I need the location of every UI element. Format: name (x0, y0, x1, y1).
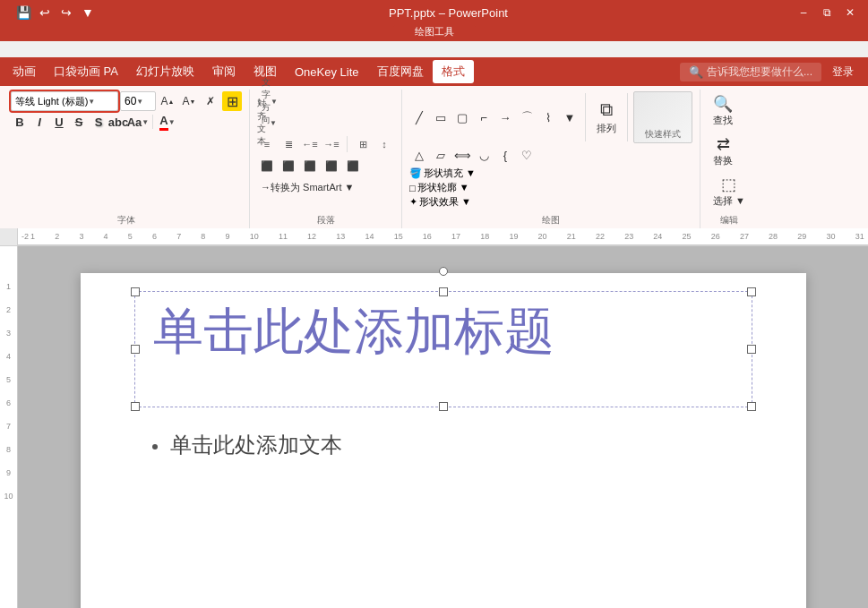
search-icon: 🔍 (689, 65, 703, 79)
shape-effects-btn[interactable]: ✦ 形状效果 ▼ (409, 195, 476, 209)
increase-font-size-btn[interactable]: A▲ (158, 91, 177, 111)
slide-title[interactable]: 单击此处添加标题 (153, 301, 734, 361)
handle-top-left[interactable] (131, 287, 140, 296)
effects-label: 形状效果 ▼ (419, 195, 471, 209)
menu-format[interactable]: 格式 (433, 60, 474, 83)
fill-icon: 🪣 (409, 167, 422, 179)
increase-indent-btn[interactable]: →≡ (322, 134, 341, 154)
underline-btn[interactable]: U (50, 113, 68, 131)
shape-arc-btn[interactable]: ◡ (474, 145, 494, 165)
ruler-corner (0, 228, 18, 246)
menu-onekey-lite[interactable]: OneKey Lite (286, 62, 368, 82)
shape-freeform-btn[interactable]: ⌇ (538, 107, 558, 127)
drawing-tools-tab[interactable]: 绘图工具 (393, 25, 476, 39)
undo-icon[interactable]: ↩ (36, 4, 54, 21)
shape-rectangle-btn[interactable]: ▭ (431, 107, 451, 127)
line-spacing-btn[interactable]: ↕ (374, 134, 394, 154)
shape-outline-btn[interactable]: □ 形状轮廓 ▼ (409, 181, 476, 194)
close-button[interactable]: ✕ (839, 4, 861, 21)
redo-icon[interactable]: ↪ (57, 4, 75, 21)
login-button[interactable]: 登录 (821, 64, 864, 80)
shape-triangle-btn[interactable]: △ (409, 145, 429, 165)
bullet-dot (152, 444, 158, 450)
shapes-more-btn[interactable]: ▼ (560, 107, 580, 127)
shape-l-shape-btn[interactable]: ⌐ (474, 107, 494, 127)
body-placeholder[interactable]: 单击此处添加文本 (134, 424, 752, 495)
find-label: 查找 (713, 114, 733, 127)
rotate-handle[interactable] (439, 267, 448, 276)
decrease-font-size-btn[interactable]: A▼ (179, 91, 199, 111)
handle-middle-right[interactable] (747, 345, 756, 354)
shape-arrow-btn[interactable]: → (495, 107, 515, 127)
window-title: PPT.pptx – PowerPoint (104, 6, 793, 20)
font-family-selector[interactable]: 等线 Light (标题) ▼ (11, 91, 118, 111)
shape-format-row: 🪣 形状填充 ▼ □ 形状轮廓 ▼ ✦ 形状效果 ▼ (409, 167, 476, 209)
minimize-button[interactable]: – (793, 4, 814, 21)
decrease-indent-btn[interactable]: ←≡ (300, 134, 320, 154)
title-placeholder[interactable]: 单击此处添加标题 (134, 291, 752, 407)
canvas-wrapper: 1 2 3 4 5 6 7 8 9 10 单击此处添加 (0, 246, 868, 608)
arrange-btn[interactable]: ⧉ 排列 (591, 97, 622, 138)
restore-button[interactable]: ⧉ (816, 4, 838, 21)
find-icon: 🔍 (713, 94, 733, 114)
numbered-list-btn[interactable]: ≣ (279, 134, 298, 154)
font-size-value: 60 (125, 95, 136, 107)
quick-styles-box[interactable]: 快速样式 (633, 91, 692, 143)
align-center-btn[interactable]: ⬛ (279, 156, 298, 176)
horizontal-ruler: -2 123 456 789 101112 131415 161718 1920… (18, 228, 868, 245)
menu-slideshow[interactable]: 幻灯片放映 (127, 60, 203, 83)
menu-baidu-cloud[interactable]: 百度网盘 (368, 60, 433, 83)
menu-review[interactable]: 审阅 (203, 60, 245, 83)
italic-btn[interactable]: I (30, 113, 48, 131)
find-btn[interactable]: 🔍 查找 (708, 91, 738, 130)
bold-btn[interactable]: B (11, 113, 29, 131)
quick-styles-label: 快速样式 (645, 128, 681, 141)
font-color-indicator: A (159, 114, 168, 131)
slide[interactable]: 单击此处添加标题 单击此处添加文本 (81, 273, 806, 608)
save-icon[interactable]: 💾 (14, 4, 32, 21)
handle-bottom-left[interactable] (131, 402, 140, 411)
editing-row-1: 🔍 查找 (708, 91, 738, 130)
shape-brace-btn[interactable]: { (495, 145, 515, 165)
replace-label: 替换 (713, 154, 733, 167)
align-left-btn[interactable]: ⬛ (257, 156, 277, 176)
shadow-btn[interactable]: S (90, 113, 107, 131)
handle-top-center[interactable] (439, 287, 448, 296)
shape-line-btn[interactable]: ╱ (409, 107, 429, 127)
shape-heart-btn[interactable]: ♡ (517, 145, 537, 165)
search-bar[interactable]: 🔍 告诉我您想要做什么... (680, 63, 821, 81)
font-color-btn[interactable]: A ▼ (159, 113, 176, 131)
ruler-mark: -2 (21, 232, 29, 241)
outline-label: 形状轮廓 ▼ (417, 181, 469, 194)
bullet-list-btn[interactable]: ≡ (257, 134, 277, 154)
handle-bottom-center[interactable] (439, 402, 448, 411)
font-size-selector[interactable]: 60 ▼ (120, 91, 156, 111)
slide-body[interactable]: 单击此处添加文本 (152, 431, 735, 459)
align-justify-btn[interactable]: ⬛ (322, 156, 341, 176)
shape-double-arrow-btn[interactable]: ⟺ (452, 145, 472, 165)
convert-smartart-btn[interactable]: →转换为 SmartArt ▼ (257, 177, 357, 197)
shape-parallelogram-btn[interactable]: ▱ (431, 145, 451, 165)
format-paint-btn[interactable]: ⊞ (222, 91, 242, 111)
font-row-2: B I U S S abc Aa▼ A ▼ (11, 113, 176, 131)
menu-animation[interactable]: 动画 (4, 60, 45, 83)
shape-fill-btn[interactable]: 🪣 形状填充 ▼ (409, 167, 476, 180)
shape-rounded-rect-btn[interactable]: ▢ (452, 107, 472, 127)
sep3 (585, 93, 586, 141)
shape-curve-btn[interactable]: ⌒ (517, 107, 537, 127)
menu-sleeve-animation[interactable]: 口袋动画 PA (45, 60, 127, 83)
columns-btn[interactable]: ⊞ (353, 134, 373, 154)
align-right-btn[interactable]: ⬛ (300, 156, 320, 176)
clear-format-btn[interactable]: ✗ (201, 91, 220, 111)
customize-qa-icon[interactable]: ▼ (79, 4, 97, 21)
char-spacing-btn[interactable]: abc (109, 113, 127, 131)
handle-middle-left[interactable] (131, 345, 140, 354)
align-text-btn[interactable]: 对齐文本 ▼ (257, 113, 277, 133)
handle-top-right[interactable] (747, 287, 756, 296)
align-distribute-btn[interactable]: ⬛ (343, 156, 363, 176)
case-btn[interactable]: Aa▼ (129, 113, 147, 131)
handle-bottom-right[interactable] (747, 402, 756, 411)
select-btn[interactable]: ⬚ 选择 ▼ (708, 172, 751, 210)
strikethrough-btn[interactable]: S (70, 113, 88, 131)
replace-btn[interactable]: ⇄ 替换 (708, 132, 738, 170)
